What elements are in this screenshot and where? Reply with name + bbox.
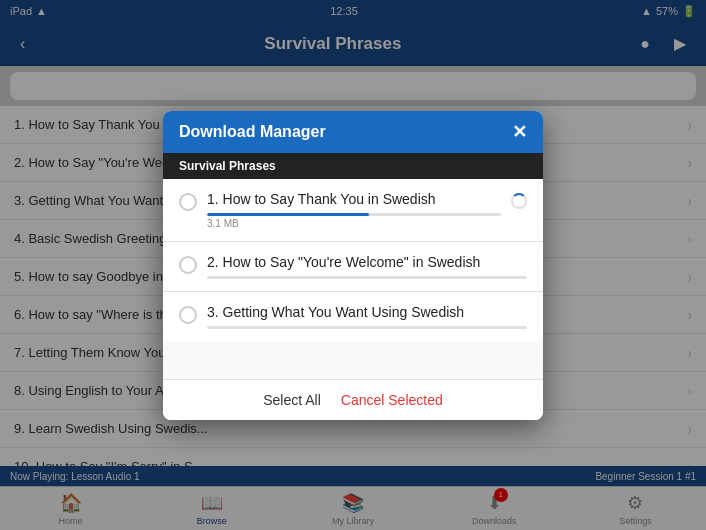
progress-bar: [207, 213, 501, 216]
item-title: 3. Getting What You Want Using Swedish: [207, 304, 527, 320]
progress-fill: [207, 213, 369, 216]
modal-footer: Select All Cancel Selected: [163, 379, 543, 420]
item-radio[interactable]: [179, 306, 197, 324]
download-spinner: [511, 193, 527, 209]
progress-bar: [207, 276, 527, 279]
modal-title: Download Manager: [179, 123, 326, 141]
download-manager-modal: Download Manager ✕ Survival Phrases 1. H…: [163, 111, 543, 420]
item-content: 2. How to Say "You're Welcome" in Swedis…: [207, 254, 527, 279]
modal-overlay: Download Manager ✕ Survival Phrases 1. H…: [0, 0, 706, 530]
item-radio[interactable]: [179, 256, 197, 274]
modal-close-button[interactable]: ✕: [512, 123, 527, 141]
modal-header: Download Manager ✕: [163, 111, 543, 153]
cancel-selected-button[interactable]: Cancel Selected: [341, 392, 443, 408]
modal-subheader: Survival Phrases: [163, 153, 543, 179]
modal-body: 1. How to Say Thank You in Swedish 3.1 M…: [163, 179, 543, 379]
item-title: 1. How to Say Thank You in Swedish: [207, 191, 501, 207]
progress-bar: [207, 326, 527, 329]
modal-download-item[interactable]: 3. Getting What You Want Using Swedish: [163, 292, 543, 341]
modal-download-item[interactable]: 1. How to Say Thank You in Swedish 3.1 M…: [163, 179, 543, 242]
file-size: 3.1 MB: [207, 218, 501, 229]
item-content: 1. How to Say Thank You in Swedish 3.1 M…: [207, 191, 501, 229]
select-all-button[interactable]: Select All: [263, 392, 321, 408]
modal-download-item[interactable]: 2. How to Say "You're Welcome" in Swedis…: [163, 242, 543, 292]
item-content: 3. Getting What You Want Using Swedish: [207, 304, 527, 329]
item-radio[interactable]: [179, 193, 197, 211]
item-title: 2. How to Say "You're Welcome" in Swedis…: [207, 254, 527, 270]
